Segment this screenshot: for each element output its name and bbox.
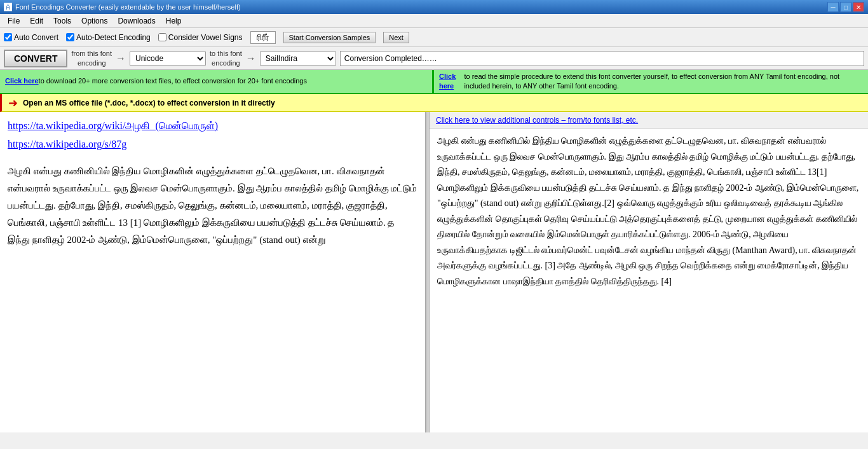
menu-options[interactable]: Options bbox=[76, 15, 112, 27]
from-arrow-icon: → bbox=[116, 53, 126, 64]
right-content-para1: அழகி என்பது கணினியில் இந்திய மொழிகளின் எ… bbox=[437, 134, 860, 289]
start-conversion-button[interactable]: Start Conversion Samples bbox=[283, 32, 376, 43]
to-arrow-icon: → bbox=[246, 53, 256, 64]
right-pane: Click here to view additional controls –… bbox=[430, 112, 868, 432]
office-bar-text: Open an MS office file (*.doc, *.docx) t… bbox=[23, 99, 275, 107]
toolbar2: CONVERT from this font encoding → Unicod… bbox=[0, 47, 868, 70]
toolbar1: Auto Convert Auto-Detect Encoding Consid… bbox=[0, 28, 868, 47]
wiki-link-1[interactable]: https://ta.wikipedia.org/wiki/அழகி_(மென்… bbox=[8, 117, 417, 135]
left-pane: https://ta.wikipedia.org/wiki/அழகி_(மென்… bbox=[0, 112, 426, 432]
auto-detect-label[interactable]: Auto-Detect Encoding bbox=[66, 33, 151, 42]
close-button[interactable]: ✕ bbox=[853, 2, 864, 12]
menu-tools[interactable]: Tools bbox=[48, 15, 76, 27]
banner-row: Click here to download 20+ more conversi… bbox=[0, 70, 868, 94]
left-content-para1: அழகி என்பது கணினியில் இந்திய மொழிகளின் எ… bbox=[8, 163, 417, 249]
right-pane-content[interactable]: அழகி என்பது கணினியில் இந்திய மொழிகளின் எ… bbox=[430, 128, 868, 432]
banner-left: Click here to download 20+ more conversi… bbox=[0, 70, 434, 93]
auto-convert-checkbox[interactable] bbox=[4, 33, 12, 41]
vowel-preview: ரிரீர் bbox=[250, 31, 276, 44]
left-pane-content[interactable]: https://ta.wikipedia.org/wiki/அழகி_(மென்… bbox=[0, 112, 425, 432]
to-font-select[interactable]: SailIndira Unicode TSCII Bamini bbox=[260, 52, 336, 66]
status-box: Conversion Completed…… bbox=[340, 51, 864, 66]
banner-right: Click here to read the simple procedure … bbox=[434, 70, 868, 93]
arrow-icon: ➜ bbox=[8, 96, 18, 110]
from-font-label: from this font encoding bbox=[71, 49, 112, 67]
auto-convert-label[interactable]: Auto Convert bbox=[4, 33, 58, 42]
wiki-link-2[interactable]: https://ta.wikipedia.org/s/87g bbox=[8, 135, 417, 154]
maximize-button[interactable]: □ bbox=[840, 2, 851, 12]
app-title: Font Encodings Converter (easily extenda… bbox=[15, 3, 241, 11]
menu-downloads[interactable]: Downloads bbox=[112, 15, 160, 27]
status-text: Conversion Completed…… bbox=[344, 54, 437, 63]
menu-bar: File Edit Tools Options Downloads Help bbox=[0, 14, 868, 28]
title-bar: 🅰 Font Encodings Converter (easily exten… bbox=[0, 0, 868, 14]
banner-right-link[interactable]: Click here bbox=[439, 72, 464, 92]
office-bar[interactable]: ➜ Open an MS office file (*.doc, *.docx)… bbox=[0, 94, 868, 112]
menu-edit[interactable]: Edit bbox=[25, 15, 48, 27]
menu-help[interactable]: Help bbox=[161, 15, 187, 27]
next-button[interactable]: Next bbox=[383, 32, 409, 43]
consider-vowel-label[interactable]: Consider Vowel Signs bbox=[158, 33, 243, 42]
main-area: https://ta.wikipedia.org/wiki/அழகி_(மென்… bbox=[0, 112, 868, 432]
consider-vowel-checkbox[interactable] bbox=[158, 33, 166, 41]
to-font-label: to this font encoding bbox=[210, 49, 242, 67]
app-icon: 🅰 bbox=[4, 3, 12, 12]
menu-file[interactable]: File bbox=[3, 15, 25, 27]
banner-left-link[interactable]: Click here bbox=[5, 76, 39, 86]
convert-button[interactable]: CONVERT bbox=[4, 50, 67, 67]
right-pane-header[interactable]: Click here to view additional controls –… bbox=[430, 112, 868, 128]
from-font-select[interactable]: Unicode TSCII TAB TAM bbox=[130, 52, 206, 66]
minimize-button[interactable]: ─ bbox=[827, 2, 839, 12]
auto-detect-checkbox[interactable] bbox=[66, 33, 74, 41]
banner-right-text: to read the simple procedure to extend t… bbox=[464, 72, 863, 92]
banner-left-text: to download 20+ more conversion text fil… bbox=[39, 76, 307, 86]
